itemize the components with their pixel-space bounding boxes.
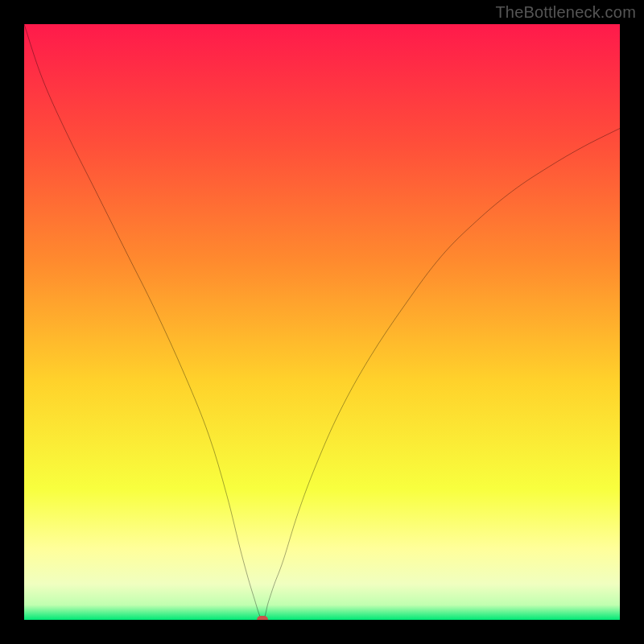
- watermark-label: TheBottleneck.com: [495, 3, 636, 22]
- plot-area: [24, 24, 620, 620]
- chart-container: TheBottleneck.com: [0, 0, 644, 644]
- bottleneck-curve: [24, 24, 620, 620]
- optimal-point-marker: [257, 616, 268, 620]
